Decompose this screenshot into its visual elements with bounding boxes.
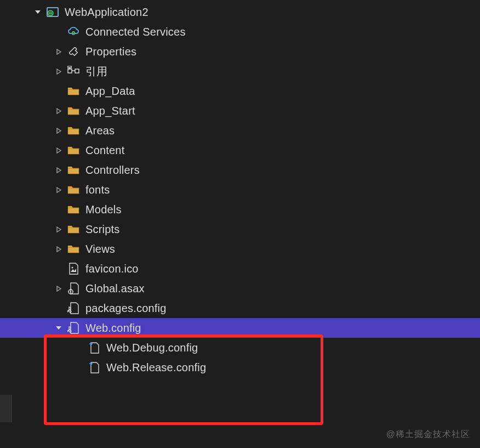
folder-icon	[67, 163, 80, 177]
tree-item[interactable]: App_Data	[0, 81, 480, 101]
tree-item[interactable]: Web.Debug.config	[0, 338, 480, 358]
svg-point-10	[72, 267, 73, 269]
folder-icon	[67, 104, 80, 117]
tree-item-label: Models	[85, 203, 122, 216]
references-icon	[67, 65, 80, 78]
chevron-right-icon[interactable]	[54, 185, 64, 195]
tree-item[interactable]: 引用	[0, 61, 480, 81]
tree-item-label: favicon.ico	[85, 263, 139, 275]
svg-rect-6	[75, 69, 79, 73]
tree-item-label: Connected Services	[85, 26, 186, 38]
chevron-right-icon[interactable]	[54, 126, 64, 135]
tree-item[interactable]: Scripts	[0, 219, 480, 239]
tree-item-label: Scripts	[85, 223, 120, 236]
tree-item[interactable]: Models	[0, 200, 480, 219]
solution-tree: WebApplication2 Connected ServicesProper…	[0, 0, 480, 377]
tree-item[interactable]: Properties	[0, 42, 480, 61]
tree-item-label: App_Data	[85, 85, 135, 98]
image-file-icon	[67, 262, 80, 275]
folder-icon	[67, 183, 80, 196]
chevron-right-icon[interactable]	[54, 283, 64, 293]
tree-item[interactable]: Areas	[0, 121, 480, 140]
svg-point-12	[70, 291, 72, 293]
cloud-plug-icon	[67, 25, 80, 38]
wrench-file-icon	[67, 302, 80, 315]
folder-icon	[67, 144, 80, 157]
chevron-right-icon[interactable]	[54, 244, 64, 254]
tree-item-label: Areas	[85, 124, 115, 137]
tree-item-label: Global.asax	[85, 282, 145, 295]
tree-item[interactable]: favicon.ico	[0, 259, 480, 279]
tree-item-label: Properties	[85, 46, 136, 58]
tree-item[interactable]: Web.config	[0, 318, 480, 338]
chevron-right-icon[interactable]	[54, 165, 64, 175]
tree-item-label: Content	[85, 144, 124, 157]
chevron-down-icon[interactable]	[54, 323, 64, 333]
panel-edge	[0, 395, 12, 422]
gear-file-icon	[67, 282, 80, 295]
chevron-right-icon[interactable]	[54, 145, 64, 155]
tree-item[interactable]: Views	[0, 239, 480, 259]
chevron-right-icon[interactable]	[54, 66, 64, 76]
tree-item-label: 引用	[85, 64, 107, 79]
web-project-icon	[46, 5, 59, 19]
tree-item-label: App_Start	[85, 105, 135, 117]
tree-item-project[interactable]: WebApplication2	[0, 2, 480, 22]
folder-icon	[67, 203, 80, 216]
chevron-down-icon[interactable]	[33, 7, 43, 17]
wrench-file-icon	[67, 321, 80, 334]
tree-item-label: Controllers	[85, 164, 140, 177]
tree-item-label: Web.Debug.config	[106, 342, 198, 354]
watermark-text: @稀土掘金技术社区	[386, 429, 470, 440]
tree-item-label: fonts	[85, 184, 110, 196]
tree-item[interactable]: Connected Services	[0, 22, 480, 42]
tree-item-label: Web.config	[85, 322, 141, 334]
wrench-icon	[67, 45, 80, 58]
folder-icon	[67, 84, 80, 98]
transform-file-icon	[88, 341, 101, 354]
tree-item[interactable]: packages.config	[0, 298, 480, 318]
chevron-right-icon[interactable]	[54, 47, 64, 56]
tree-item[interactable]: Content	[0, 140, 480, 160]
tree-item[interactable]: fonts	[0, 180, 480, 200]
folder-icon	[67, 223, 80, 236]
svg-rect-5	[68, 69, 72, 73]
chevron-right-icon[interactable]	[54, 106, 64, 116]
tree-item-label: WebApplication2	[65, 6, 148, 19]
chevron-right-icon[interactable]	[54, 224, 64, 234]
tree-item[interactable]: App_Start	[0, 101, 480, 121]
tree-item-label: packages.config	[85, 302, 167, 315]
tree-item[interactable]: Controllers	[0, 160, 480, 180]
tree-item-label: Views	[85, 243, 115, 256]
tree-item[interactable]: Global.asax	[0, 279, 480, 298]
tree-item-label: Web.Release.config	[106, 361, 206, 374]
folder-icon	[67, 242, 80, 256]
folder-icon	[67, 124, 80, 137]
transform-file-icon	[88, 361, 101, 374]
tree-item[interactable]: Web.Release.config	[0, 358, 480, 377]
